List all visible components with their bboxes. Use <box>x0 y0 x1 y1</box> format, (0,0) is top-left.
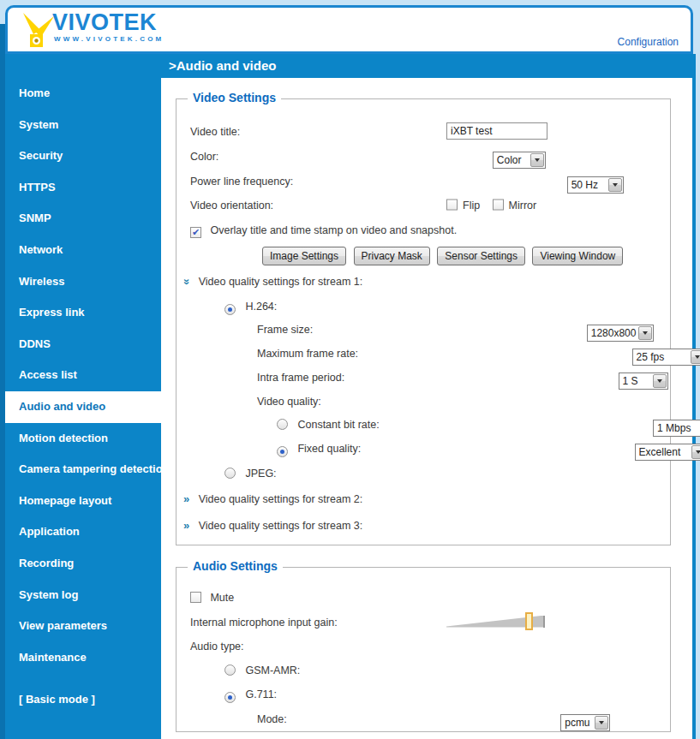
configuration-link[interactable]: Configuration <box>618 36 679 48</box>
intra-frame-period-select[interactable]: 1 S <box>619 372 668 390</box>
power-line-frequency-label: Power line frequency: <box>176 176 293 188</box>
sidebar-item-view-parameters[interactable]: View parameters <box>5 611 161 642</box>
dropdown-arrow-icon[interactable] <box>653 374 667 388</box>
slider-handle[interactable] <box>525 612 533 630</box>
dropdown-arrow-icon[interactable] <box>595 716 608 730</box>
jpeg-radio[interactable] <box>224 468 236 479</box>
power-line-frequency-select[interactable]: 50 Hz <box>567 176 624 194</box>
vivotek-logo: VIVOTEK WWW.VIVOTEK.COM <box>20 9 164 54</box>
mode-select[interactable]: pcmu <box>560 714 610 731</box>
sidebar-item-home[interactable]: Home <box>5 78 161 110</box>
flip-label: Flip <box>463 200 480 212</box>
mode-label: Mode: <box>176 713 287 725</box>
dropdown-arrow-icon[interactable] <box>691 350 700 364</box>
g711-label: G.711: <box>245 688 277 700</box>
h264-label: H.264: <box>245 301 277 313</box>
chevron-collapsed-icon: » <box>183 512 189 539</box>
fixed-quality-label: Fixed quality: <box>297 443 361 455</box>
mute-label: Mute <box>210 592 234 604</box>
gsm-amr-label: GSM-AMR: <box>245 665 300 676</box>
dropdown-arrow-icon[interactable] <box>638 326 652 340</box>
video-settings-legend: Video Settings <box>188 91 281 104</box>
video-title-input[interactable] <box>446 122 547 140</box>
overlay-label: Overlay title and time stamp on video an… <box>210 224 457 236</box>
chevron-expanded-icon: » <box>174 278 200 284</box>
sidebar-item-homepage-layout[interactable]: Homepage layout <box>5 486 161 517</box>
max-frame-rate-select[interactable]: 25 fps <box>632 349 700 366</box>
fixed-quality-select[interactable]: Excellent <box>635 444 700 461</box>
dropdown-arrow-icon[interactable] <box>691 445 700 459</box>
brand-url: WWW.VIVOTEK.COM <box>54 35 164 43</box>
stream1-header: Video quality settings for stream 1: <box>199 276 363 288</box>
privacy-mask-button[interactable]: Privacy Mask <box>354 247 430 265</box>
sidebar-item-application[interactable]: Application <box>5 516 161 548</box>
frame-size-select[interactable]: 1280x800 <box>587 325 654 342</box>
sidebar-item-audio-and-video[interactable]: Audio and video <box>5 391 161 423</box>
color-label: Color: <box>176 151 218 163</box>
stream3-expander[interactable]: » Video quality settings for stream 3: <box>176 511 670 538</box>
stream3-header: Video quality settings for stream 3: <box>199 520 363 532</box>
video-orientation-label: Video orientation: <box>176 200 273 212</box>
dropdown-arrow-icon[interactable] <box>530 153 544 167</box>
sidebar: Home System Security HTTPS SNMP Network … <box>5 78 161 739</box>
sidebar-item-system[interactable]: System <box>5 110 161 141</box>
sidebar-item-system-log[interactable]: System log <box>5 580 161 611</box>
stream2-expander[interactable]: » Video quality settings for stream 2: <box>176 485 670 511</box>
gsm-amr-radio[interactable] <box>224 665 236 676</box>
mic-gain-label: Internal microphone input gain: <box>176 617 338 629</box>
sidebar-item-express-link[interactable]: Express link <box>5 297 161 329</box>
chevron-collapsed-icon: » <box>183 486 189 512</box>
sensor-settings-button[interactable]: Sensor Settings <box>437 247 525 265</box>
sidebar-item-recording[interactable]: Recording <box>5 548 161 580</box>
mirror-checkbox[interactable] <box>493 200 504 211</box>
content-panel: Video Settings Video title: Color: Color… <box>161 78 696 739</box>
mute-checkbox[interactable] <box>190 592 201 603</box>
stream1-expander[interactable]: » Video quality settings for stream 1: <box>176 268 670 294</box>
audio-settings-fieldset: Audio Settings Mute Internal microphone … <box>176 567 671 732</box>
sidebar-item-wireless[interactable]: Wireless <box>5 266 161 298</box>
jpeg-label: JPEG: <box>245 468 276 480</box>
sidebar-item-network[interactable]: Network <box>5 235 161 266</box>
sidebar-item-motion-detection[interactable]: Motion detection <box>5 423 161 455</box>
sidebar-item-security[interactable]: Security <box>5 140 161 172</box>
constant-bit-rate-select[interactable]: 1 Mbps <box>653 420 700 437</box>
sidebar-item-basic-mode[interactable]: [ Basic mode ] <box>5 684 161 716</box>
brand-wordmark: VIVOTEK <box>52 9 164 35</box>
stream2-header: Video quality settings for stream 2: <box>199 493 363 505</box>
color-select[interactable]: Color <box>493 152 546 169</box>
overlay-checkbox[interactable] <box>190 227 201 238</box>
sidebar-item-access-list[interactable]: Access list <box>5 360 161 391</box>
video-title-label: Video title: <box>176 126 240 138</box>
g711-radio[interactable] <box>224 692 236 703</box>
page-title: >Audio and video <box>5 54 696 77</box>
audio-type-label: Audio type: <box>176 641 244 653</box>
video-quality-label: Video quality: <box>176 396 321 408</box>
page-title-bar: >Audio and video <box>5 54 696 78</box>
video-settings-fieldset: Video Settings Video title: Color: Color… <box>176 98 671 545</box>
flip-checkbox[interactable] <box>446 200 458 211</box>
viewing-window-button[interactable]: Viewing Window <box>532 247 623 265</box>
constant-bit-rate-label: Constant bit rate: <box>297 419 379 431</box>
max-frame-rate-label: Maximum frame rate: <box>176 348 358 360</box>
sidebar-item-snmp[interactable]: SNMP <box>5 203 161 235</box>
intra-frame-period-label: Intra frame period: <box>176 372 344 384</box>
constant-bit-rate-radio[interactable] <box>277 419 288 430</box>
frame-size-label: Frame size: <box>176 324 313 336</box>
audio-settings-legend: Audio Settings <box>188 559 283 573</box>
mic-gain-slider[interactable] <box>446 616 545 628</box>
image-settings-button[interactable]: Image Settings <box>262 247 346 265</box>
mirror-label: Mirror <box>509 200 537 212</box>
fixed-quality-radio[interactable] <box>277 446 288 457</box>
sidebar-item-camera-tampering-detection[interactable]: Camera tampering detection <box>5 454 161 486</box>
sidebar-item-https[interactable]: HTTPS <box>5 172 161 204</box>
sidebar-item-maintenance[interactable]: Maintenance <box>5 642 161 674</box>
h264-radio[interactable] <box>224 304 236 315</box>
mode-value: pcmu <box>561 711 594 736</box>
header: VIVOTEK WWW.VIVOTEK.COM Configuration <box>5 5 693 54</box>
dropdown-arrow-icon[interactable] <box>608 178 622 192</box>
sidebar-item-ddns[interactable]: DDNS <box>5 329 161 361</box>
